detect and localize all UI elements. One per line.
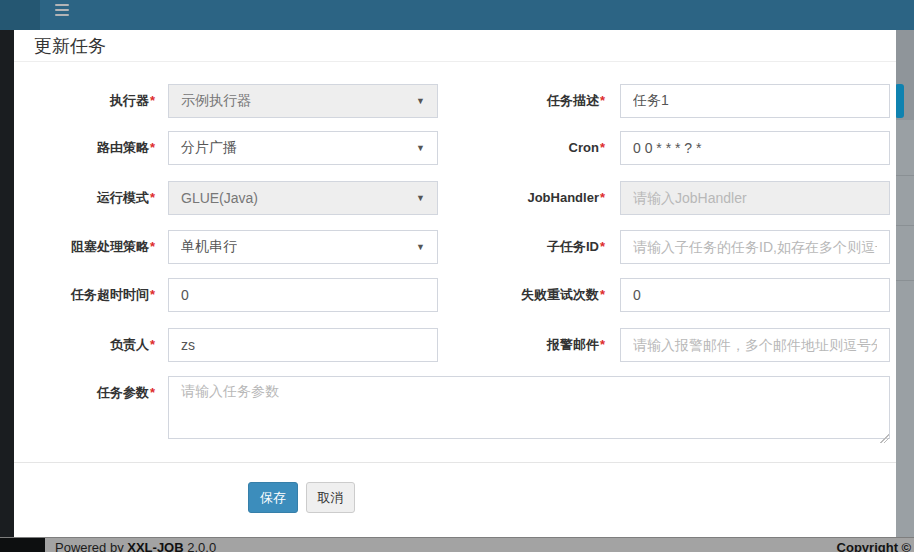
chevron-down-icon: ▼ [416, 96, 425, 106]
navbar-logo-area [0, 0, 40, 30]
sidebar-edge [0, 30, 14, 537]
executor-label: 执行器* [14, 84, 155, 118]
job-param-textarea[interactable] [168, 376, 890, 439]
cancel-button[interactable]: 取消 [306, 482, 355, 513]
sidebar-footer-block [0, 538, 45, 552]
timeout-label: 任务超时时间* [14, 278, 155, 312]
job-handler-input [620, 181, 890, 215]
update-job-dialog: 更新任务 执行器* 示例执行器 ▼ 任务描述* 路由策略* 分片广播 ▼ Cro… [14, 30, 896, 537]
textarea-resize-grip[interactable] [880, 434, 889, 443]
title-divider [14, 61, 896, 62]
glue-type-select: GLUE(Java) ▼ [168, 181, 438, 215]
child-job-label: 子任务ID* [434, 230, 605, 264]
save-button[interactable]: 保存 [248, 482, 298, 513]
author-input[interactable] [168, 328, 438, 362]
timeout-input[interactable] [168, 278, 438, 312]
job-desc-label: 任务描述* [434, 84, 605, 118]
job-handler-label: JobHandler* [434, 181, 605, 215]
powered-by-text: Powered by XXL-JOB 2.0.0 [55, 540, 216, 552]
fail-retry-label: 失败重试次数* [434, 278, 605, 312]
chevron-down-icon: ▼ [416, 193, 425, 203]
cron-input[interactable] [620, 131, 890, 165]
page-footer: Powered by XXL-JOB 2.0.0 Copyright © 2 [0, 537, 914, 552]
alarm-email-input[interactable] [620, 328, 890, 362]
cron-label: Cron* [434, 131, 605, 165]
chevron-down-icon: ▼ [416, 143, 425, 153]
footer-divider [14, 462, 896, 463]
chevron-down-icon: ▼ [416, 242, 425, 252]
job-desc-input[interactable] [620, 84, 890, 118]
child-job-input[interactable] [620, 230, 890, 264]
alarm-email-label: 报警邮件* [434, 328, 605, 362]
route-strategy-select[interactable]: 分片广播 ▼ [168, 131, 438, 165]
brand-name: XXL-JOB [127, 540, 183, 552]
job-param-label: 任务参数* [14, 376, 155, 410]
background-button-fragment [895, 84, 904, 118]
executor-select: 示例执行器 ▼ [168, 84, 438, 118]
author-label: 负责人* [14, 328, 155, 362]
dialog-title: 更新任务 [34, 33, 106, 59]
block-strategy-select[interactable]: 单机串行 ▼ [168, 230, 438, 264]
copyright-text: Copyright © 2 [837, 540, 914, 552]
top-navbar [0, 0, 914, 30]
sidebar-toggle-icon[interactable] [55, 4, 69, 16]
route-strategy-label: 路由策略* [14, 131, 155, 165]
block-strategy-label: 阻塞处理策略* [14, 230, 155, 264]
glue-type-label: 运行模式* [14, 181, 155, 215]
fail-retry-input[interactable] [620, 278, 890, 312]
